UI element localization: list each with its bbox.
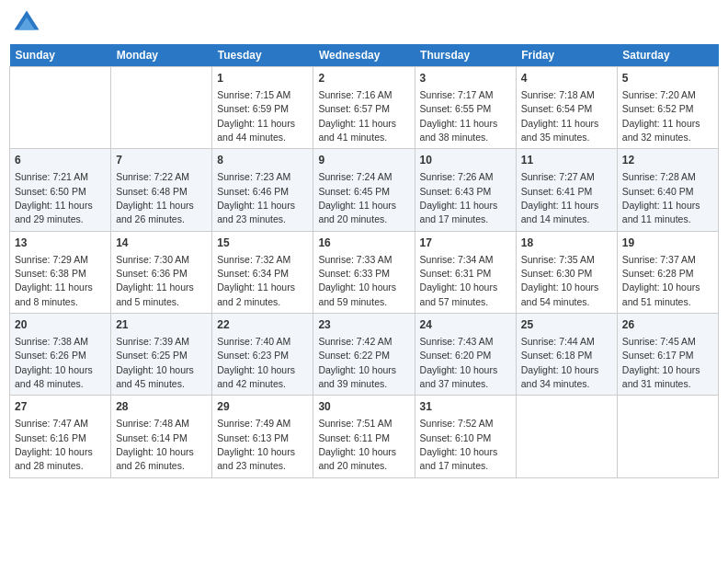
- day-info: Sunrise: 7:15 AM Sunset: 6:59 PM Dayligh…: [217, 89, 295, 143]
- day-number: 3: [420, 71, 511, 86]
- day-cell: 15Sunrise: 7:32 AM Sunset: 6:34 PM Dayli…: [212, 231, 313, 313]
- day-number: 22: [217, 317, 308, 333]
- day-cell: 6Sunrise: 7:21 AM Sunset: 6:50 PM Daylig…: [10, 149, 111, 231]
- day-info: Sunrise: 7:24 AM Sunset: 6:45 PM Dayligh…: [318, 171, 396, 224]
- day-cell: 2Sunrise: 7:16 AM Sunset: 6:57 PM Daylig…: [313, 67, 415, 149]
- day-info: Sunrise: 7:23 AM Sunset: 6:46 PM Dayligh…: [217, 171, 295, 224]
- day-number: 23: [318, 317, 409, 333]
- day-cell: 27Sunrise: 7:47 AM Sunset: 6:16 PM Dayli…: [10, 396, 111, 477]
- day-number: 29: [217, 399, 308, 415]
- day-number: 5: [622, 71, 713, 86]
- day-number: 12: [622, 153, 713, 168]
- header-row: SundayMondayTuesdayWednesdayThursdayFrid…: [10, 44, 719, 67]
- day-cell: 17Sunrise: 7:34 AM Sunset: 6:31 PM Dayli…: [415, 231, 516, 313]
- day-number: 14: [116, 236, 207, 251]
- day-number: 18: [521, 236, 612, 251]
- header-sunday: Sunday: [10, 44, 111, 67]
- day-info: Sunrise: 7:40 AM Sunset: 6:23 PM Dayligh…: [217, 336, 295, 389]
- day-cell: 22Sunrise: 7:40 AM Sunset: 6:23 PM Dayli…: [212, 314, 313, 396]
- day-info: Sunrise: 7:44 AM Sunset: 6:18 PM Dayligh…: [521, 336, 599, 389]
- header-saturday: Saturday: [617, 44, 718, 67]
- day-number: 30: [318, 399, 409, 415]
- day-cell: 18Sunrise: 7:35 AM Sunset: 6:30 PM Dayli…: [516, 231, 617, 313]
- week-row-2: 6Sunrise: 7:21 AM Sunset: 6:50 PM Daylig…: [10, 149, 719, 231]
- day-cell: 30Sunrise: 7:51 AM Sunset: 6:11 PM Dayli…: [313, 396, 415, 477]
- day-cell: 20Sunrise: 7:38 AM Sunset: 6:26 PM Dayli…: [10, 314, 111, 396]
- day-number: 11: [521, 153, 612, 168]
- day-cell: [516, 396, 617, 477]
- day-number: 25: [521, 317, 612, 333]
- day-info: Sunrise: 7:17 AM Sunset: 6:55 PM Dayligh…: [420, 89, 498, 143]
- day-number: 27: [15, 399, 106, 415]
- day-info: Sunrise: 7:43 AM Sunset: 6:20 PM Dayligh…: [420, 336, 498, 389]
- day-info: Sunrise: 7:52 AM Sunset: 6:10 PM Dayligh…: [420, 418, 498, 471]
- day-cell: 12Sunrise: 7:28 AM Sunset: 6:40 PM Dayli…: [617, 149, 718, 231]
- day-cell: 16Sunrise: 7:33 AM Sunset: 6:33 PM Dayli…: [313, 231, 415, 313]
- day-cell: [111, 67, 212, 149]
- day-cell: 19Sunrise: 7:37 AM Sunset: 6:28 PM Dayli…: [617, 231, 718, 313]
- day-number: 20: [15, 317, 106, 333]
- day-info: Sunrise: 7:48 AM Sunset: 6:14 PM Dayligh…: [116, 418, 194, 471]
- day-cell: 5Sunrise: 7:20 AM Sunset: 6:52 PM Daylig…: [617, 67, 718, 149]
- day-number: 24: [420, 317, 511, 333]
- header-wednesday: Wednesday: [313, 44, 415, 67]
- day-cell: 24Sunrise: 7:43 AM Sunset: 6:20 PM Dayli…: [415, 314, 516, 396]
- day-cell: 26Sunrise: 7:45 AM Sunset: 6:17 PM Dayli…: [617, 314, 718, 396]
- day-cell: 29Sunrise: 7:49 AM Sunset: 6:13 PM Dayli…: [212, 396, 313, 477]
- day-number: 4: [521, 71, 612, 86]
- day-cell: 25Sunrise: 7:44 AM Sunset: 6:18 PM Dayli…: [516, 314, 617, 396]
- day-info: Sunrise: 7:29 AM Sunset: 6:38 PM Dayligh…: [15, 254, 93, 307]
- day-cell: 4Sunrise: 7:18 AM Sunset: 6:54 PM Daylig…: [516, 67, 617, 149]
- day-info: Sunrise: 7:18 AM Sunset: 6:54 PM Dayligh…: [521, 89, 599, 143]
- day-number: 2: [318, 71, 409, 86]
- day-cell: 13Sunrise: 7:29 AM Sunset: 6:38 PM Dayli…: [10, 231, 111, 313]
- day-cell: 8Sunrise: 7:23 AM Sunset: 6:46 PM Daylig…: [212, 149, 313, 231]
- week-row-4: 20Sunrise: 7:38 AM Sunset: 6:26 PM Dayli…: [10, 314, 719, 396]
- day-info: Sunrise: 7:26 AM Sunset: 6:43 PM Dayligh…: [420, 171, 498, 224]
- day-info: Sunrise: 7:16 AM Sunset: 6:57 PM Dayligh…: [318, 89, 396, 143]
- day-number: 1: [217, 71, 308, 86]
- day-cell: 31Sunrise: 7:52 AM Sunset: 6:10 PM Dayli…: [415, 396, 516, 477]
- day-cell: 9Sunrise: 7:24 AM Sunset: 6:45 PM Daylig…: [313, 149, 415, 231]
- header-monday: Monday: [111, 44, 212, 67]
- day-number: 17: [420, 236, 511, 251]
- day-cell: 11Sunrise: 7:27 AM Sunset: 6:41 PM Dayli…: [516, 149, 617, 231]
- day-cell: 28Sunrise: 7:48 AM Sunset: 6:14 PM Dayli…: [111, 396, 212, 477]
- day-number: 9: [318, 153, 409, 168]
- day-number: 16: [318, 236, 409, 251]
- day-cell: [617, 396, 718, 477]
- logo: [13, 9, 44, 37]
- header-tuesday: Tuesday: [212, 44, 313, 67]
- day-info: Sunrise: 7:49 AM Sunset: 6:13 PM Dayligh…: [217, 418, 295, 471]
- day-number: 21: [116, 317, 207, 333]
- day-number: 7: [116, 153, 207, 168]
- header-thursday: Thursday: [415, 44, 516, 67]
- day-number: 6: [15, 153, 106, 168]
- day-cell: 1Sunrise: 7:15 AM Sunset: 6:59 PM Daylig…: [212, 67, 313, 149]
- logo-icon: [13, 9, 40, 37]
- day-info: Sunrise: 7:45 AM Sunset: 6:17 PM Dayligh…: [622, 336, 700, 389]
- day-number: 26: [622, 317, 713, 333]
- week-row-1: 1Sunrise: 7:15 AM Sunset: 6:59 PM Daylig…: [10, 67, 719, 149]
- day-info: Sunrise: 7:32 AM Sunset: 6:34 PM Dayligh…: [217, 254, 295, 307]
- day-number: 15: [217, 236, 308, 251]
- day-number: 28: [116, 399, 207, 415]
- page-header: [9, 9, 719, 37]
- day-info: Sunrise: 7:42 AM Sunset: 6:22 PM Dayligh…: [318, 336, 396, 389]
- day-info: Sunrise: 7:30 AM Sunset: 6:36 PM Dayligh…: [116, 254, 194, 307]
- day-info: Sunrise: 7:37 AM Sunset: 6:28 PM Dayligh…: [622, 254, 700, 307]
- day-info: Sunrise: 7:39 AM Sunset: 6:25 PM Dayligh…: [116, 336, 194, 389]
- day-cell: 3Sunrise: 7:17 AM Sunset: 6:55 PM Daylig…: [415, 67, 516, 149]
- day-info: Sunrise: 7:21 AM Sunset: 6:50 PM Dayligh…: [15, 171, 93, 224]
- day-info: Sunrise: 7:20 AM Sunset: 6:52 PM Dayligh…: [622, 89, 700, 143]
- day-cell: 14Sunrise: 7:30 AM Sunset: 6:36 PM Dayli…: [111, 231, 212, 313]
- day-cell: 23Sunrise: 7:42 AM Sunset: 6:22 PM Dayli…: [313, 314, 415, 396]
- day-number: 19: [622, 236, 713, 251]
- day-number: 10: [420, 153, 511, 168]
- header-friday: Friday: [516, 44, 617, 67]
- day-info: Sunrise: 7:27 AM Sunset: 6:41 PM Dayligh…: [521, 171, 599, 224]
- day-cell: [10, 67, 111, 149]
- day-info: Sunrise: 7:51 AM Sunset: 6:11 PM Dayligh…: [318, 418, 396, 471]
- day-number: 13: [15, 236, 106, 251]
- week-row-3: 13Sunrise: 7:29 AM Sunset: 6:38 PM Dayli…: [10, 231, 719, 313]
